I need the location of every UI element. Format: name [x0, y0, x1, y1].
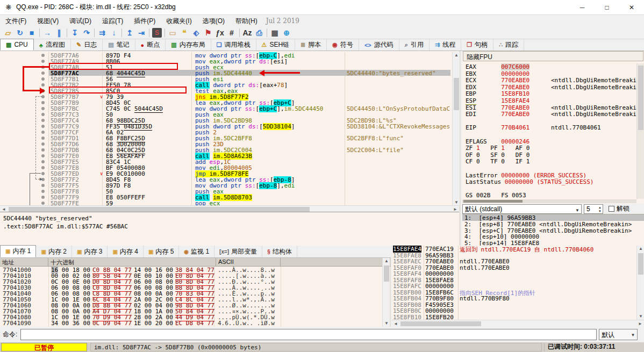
label-icon[interactable]: ⬖ [190, 27, 202, 38]
comment-icon[interactable]: ❝ [178, 27, 190, 38]
tab-dump-3[interactable]: ▣内存 3 [72, 246, 108, 257]
memory-dump-panel[interactable]: ▣内存 1▣内存 2▣内存 3▣内存 4▣内存 5◉监视 1[x=]局部变量§结… [0, 246, 391, 327]
scroll-thumb[interactable] [384, 265, 389, 282]
tab-watch-1[interactable]: ◉监视 1 [179, 246, 214, 257]
skip-icon[interactable]: ↓ [108, 27, 120, 38]
disassembly-panel[interactable]: 5D8F77A6897D F4mov dword ptr ss:[ebp-C],… [0, 51, 461, 246]
menu-item-4[interactable]: 插件(P) [128, 16, 161, 27]
tab-memory-map[interactable]: ▥内存布局 [166, 39, 211, 51]
run-icon[interactable]: → [41, 27, 53, 38]
argument-row[interactable]: 4: [esp+10] 00000000 [462, 233, 644, 240]
stack-row[interactable]: 15E8FB08F45905E3 [392, 301, 636, 308]
register-value[interactable]: 1 [476, 145, 480, 152]
modules-icon[interactable]: ⎙ [253, 27, 265, 38]
tab-cpu[interactable]: ▦CPU [0, 39, 34, 51]
register-value[interactable]: 15E8FAE4 [501, 97, 529, 104]
argument-row[interactable]: 1: [esp+4] 96A59BB3 [462, 214, 644, 221]
instruction-dot[interactable] [41, 190, 45, 193]
step-into-icon[interactable]: ↧ [69, 27, 81, 38]
disasm-row[interactable]: 5D8F77B7∨79 39jns im.5D8F77F2 [0, 94, 452, 99]
function-icon[interactable]: ƒx [214, 27, 226, 38]
registers-hscrollbar[interactable] [462, 199, 636, 203]
scroll-thumb[interactable] [454, 78, 459, 110]
tab-script[interactable]: ≣脚本 [295, 39, 327, 51]
dump-row[interactable]: 7704107008 00 0A 00A4 D7 04 7718 00 1A 0… [0, 308, 382, 314]
instruction-dot[interactable] [41, 131, 45, 134]
disasm-row[interactable]: 5D8F77F28D45 F8lea eax,dword ptr ss:[ebp… [0, 176, 452, 182]
scroll-up-arrow[interactable]: ▲ [453, 52, 460, 59]
bookmark-icon[interactable]: ⚑ [202, 27, 214, 38]
register-value[interactable]: 15E8FB10 [501, 90, 529, 97]
register-value[interactable]: 00000000 [501, 70, 529, 77]
scroll-up-arrow[interactable]: ▲ [383, 258, 390, 264]
scroll-thumb[interactable] [463, 200, 523, 203]
disasm-row[interactable]: 5D8F77AC68 4044C45Dpush im.5DC444405DC44… [0, 70, 452, 76]
hash-icon[interactable]: # [226, 27, 238, 38]
argument-count-stepper[interactable]: 5 ▲ ▼ [584, 204, 603, 214]
hide-fpu-button[interactable]: 隐藏FPU [463, 51, 643, 61]
instruction-dot[interactable] [41, 142, 45, 146]
instruction-dot[interactable] [41, 154, 45, 157]
stop-icon[interactable]: ■ [26, 27, 38, 38]
instruction-dot[interactable] [41, 202, 45, 205]
close-button[interactable]: ✕ [619, 0, 644, 15]
disasm-row[interactable]: 5D8F77D168 F8BFC25Dpush im.5DC2BFF85DC2B… [0, 135, 452, 141]
menu-item-1[interactable]: 视图(V) [32, 16, 64, 27]
dump-row[interactable]: 7704103006 00 08 00C0 8D 04 7706 00 08 0… [0, 284, 382, 290]
stack-row[interactable]: 15E8FAF0770EABE0ntdll.770EABE0 [392, 264, 636, 271]
tab-threads[interactable]: ⇉线程 [430, 39, 461, 51]
instruction-dot[interactable] [41, 60, 45, 63]
disasm-row[interactable]: 5D8F77C350push eax [0, 111, 452, 117]
stack-row[interactable]: 15E8FB1015E8FB20 [392, 314, 636, 320]
register-value[interactable]: 00000246 [501, 138, 529, 145]
register-value[interactable]: 00000000 (ERROR_SUCCESS) [501, 172, 586, 179]
disasm-row[interactable]: 5D8F77ED∨E9 0C010000jmp im.5D8F78FE [0, 170, 452, 176]
tab-trace[interactable]: ∴跟踪 [493, 39, 524, 51]
dump-row[interactable]: 7704100016 00 18 00C0 8B 04 7714 00 16 0… [0, 267, 382, 272]
tab-graph[interactable]: ♣流程图 [34, 39, 71, 51]
tab-references[interactable]: ⌕引用 [399, 39, 430, 51]
instruction-dot[interactable] [41, 172, 45, 175]
scroll-down-arrow[interactable]: ▼ [637, 313, 644, 320]
tab-notes[interactable]: ▤笔记 [103, 39, 135, 51]
step-over-icon[interactable]: ↷ [81, 27, 92, 38]
disasm-row[interactable]: 5D8F77E0E8 56EAFAFFcall im.5D8A623B [0, 153, 452, 159]
column-header-ascii[interactable]: ASCII [216, 258, 281, 267]
disasm-row[interactable]: 5D8F77C9FF35 0481D35Dpush dword ptr ds:[… [0, 123, 452, 129]
dump-row[interactable]: 7704109034 00 36 000C D9 04 771E 00 20 0… [0, 320, 382, 326]
stack-row[interactable]: 15E8FAE896A59BB3 [392, 252, 636, 258]
tab-call-stack[interactable]: ❏调用堆栈 [211, 39, 256, 51]
register-value[interactable]: 00000000 (STATUS_SUCCESS) [505, 178, 594, 185]
dump-row[interactable]: 7704101000 00 02 0080 5B 04 770E 00 10 0… [0, 272, 382, 278]
instruction-dot[interactable] [41, 113, 45, 116]
internet-icon[interactable]: ⊕ [281, 27, 292, 38]
dump-vscrollbar[interactable]: ▲ ▼ [382, 258, 390, 327]
instruction-dot[interactable] [41, 160, 45, 163]
stack-panel[interactable]: 15E8FAE4770EAC19返回到 ntdll.770EAC19 自 ntd… [392, 246, 644, 327]
disasm-row[interactable]: 5D8F77A6897D F4mov dword ptr ss:[ebp-C],… [0, 52, 452, 58]
disasm-row[interactable]: 5D8F77F850push eax [0, 188, 452, 194]
register-value[interactable]: 770B4061 [501, 124, 529, 131]
scroll-thumb[interactable] [638, 253, 643, 275]
stack-row[interactable]: 15E8FB0C00000000 [392, 307, 636, 314]
disasm-row[interactable]: 5D8F77B156push esi [0, 76, 452, 82]
patch-icon[interactable]: ▭ [167, 27, 178, 38]
command-profile-select[interactable]: 默认 ▼ [599, 329, 638, 340]
unlock-checkbox[interactable] [609, 206, 614, 212]
stack-row[interactable]: 15E8FAF815E8FAE8 [392, 277, 636, 283]
maximize-button[interactable]: □ [595, 0, 619, 15]
disasm-row[interactable]: 5D8F77C468 98BDC25Dpush im.5DC2BD985DC2B… [0, 117, 452, 123]
instruction-dot[interactable] [41, 166, 45, 169]
run-unobserved-icon[interactable]: ⇉ [96, 27, 108, 38]
argument-row[interactable]: 5: [esp+14] 15E8FAE8 [462, 240, 644, 246]
stack-vscrollbar[interactable]: ▲ ▼ [636, 246, 644, 320]
tab-log[interactable]: ✎日志 [71, 39, 103, 51]
spin-up-icon[interactable]: ▲ [598, 206, 602, 210]
menu-item-2[interactable]: 调试(D) [64, 16, 97, 27]
scroll-thumb[interactable] [400, 321, 481, 326]
tab-struct[interactable]: §结构体 [262, 246, 297, 257]
dump-row[interactable]: 770410200C 00 0E 00D0 8D 04 7706 00 08 0… [0, 278, 382, 284]
calling-convention-select[interactable]: 默认 (stdcall) ▼ [462, 204, 582, 214]
instruction-dot[interactable] [41, 77, 45, 81]
disasm-row[interactable]: 5D8F77BCC745 0C 5044C45Dmov dword ptr ss… [0, 105, 452, 111]
